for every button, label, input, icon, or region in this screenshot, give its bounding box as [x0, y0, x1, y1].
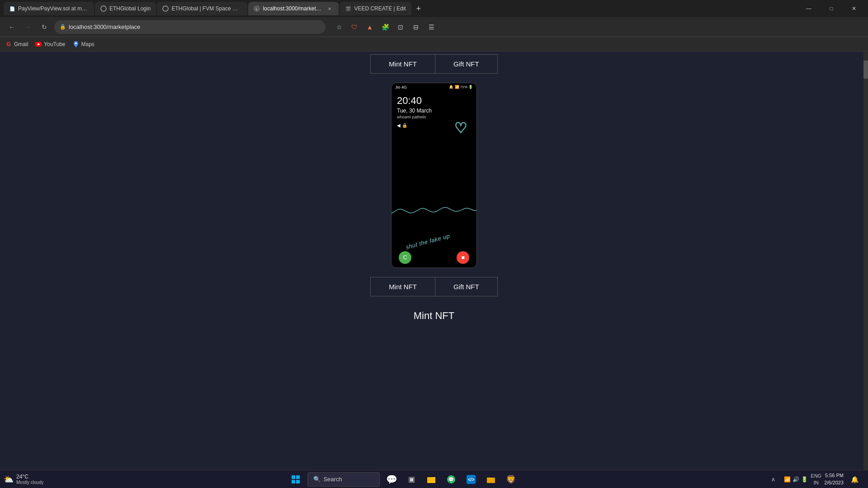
- tab-2[interactable]: ETHGlobal Login: [95, 2, 156, 15]
- top-mint-nft-button[interactable]: Mint NFT: [371, 55, 435, 73]
- brave-taskbar-icon[interactable]: 🦁: [503, 471, 519, 488]
- user-profile-icon[interactable]: ⊡: [394, 21, 407, 33]
- svg-text:L: L: [256, 7, 258, 10]
- tab-5[interactable]: 🎬 VEED CREATE | Edit: [340, 2, 411, 15]
- close-button[interactable]: ✕: [844, 0, 864, 17]
- svg-text:</>: </>: [468, 477, 475, 482]
- brave-rewards-icon[interactable]: ▲: [363, 21, 376, 33]
- bookmark-youtube-label: YouTube: [44, 41, 65, 47]
- phone-message-text: shut the fake up: [405, 232, 451, 251]
- phone-carrier: Jio 4G: [395, 85, 407, 89]
- minimize-button[interactable]: —: [798, 0, 819, 17]
- phone-wave: [392, 195, 476, 222]
- vscode-icon[interactable]: </>: [463, 471, 479, 488]
- bookmarks-bar: G Gmail YouTube Maps: [0, 37, 868, 52]
- battery-icon[interactable]: 🔋: [801, 476, 808, 483]
- back-button[interactable]: ←: [5, 21, 18, 33]
- address-input[interactable]: 🔒 localhost:3000/marketplace: [54, 20, 326, 34]
- weather-info: 24°C Mostly cloudy: [16, 474, 44, 485]
- phone-bottom-icons: C ■: [392, 251, 476, 264]
- tab-4-active[interactable]: L localhost:3000/marketplace ✕: [248, 2, 339, 15]
- bottom-mint-nft-button[interactable]: Mint NFT: [371, 277, 435, 296]
- svg-rect-7: [292, 475, 295, 479]
- svg-text:💬: 💬: [448, 476, 454, 483]
- phone-mockup: Jio 4G 🔔 📶 71% 🔋 20:40 Tue, 30 March who…: [391, 83, 477, 268]
- bookmark-star-icon[interactable]: ☆: [333, 21, 345, 33]
- bottom-section: Mint NFT: [414, 296, 454, 331]
- volume-icon[interactable]: 🔊: [793, 476, 799, 483]
- sidebar-toggle-icon[interactable]: ⊟: [410, 21, 422, 33]
- show-hidden-icons-button[interactable]: ∧: [765, 471, 781, 488]
- toolbar-right: ☆ 🛡 ▲ 🧩 ⊡ ⊟ ☰: [333, 21, 438, 33]
- bookmark-gmail[interactable]: G Gmail: [5, 41, 28, 47]
- taskbar-search-bar[interactable]: 🔍 Search: [307, 472, 380, 487]
- network-icon[interactable]: 📶: [784, 476, 791, 483]
- weather-condition: Mostly cloudy: [16, 480, 44, 485]
- svg-point-1: [163, 6, 168, 11]
- top-gift-nft-button[interactable]: Gift NFT: [435, 55, 497, 73]
- tab-1-title: PayView/PayView.sol at main · aarav1…: [18, 5, 89, 12]
- maximize-button[interactable]: □: [821, 0, 842, 17]
- tab-1-favicon: 📄: [9, 5, 15, 12]
- svg-rect-8: [296, 475, 300, 479]
- window-controls: — □ ✕: [798, 0, 864, 17]
- svg-rect-10: [296, 480, 300, 483]
- tab-1[interactable]: 📄 PayView/PayView.sol at main · aarav1…: [4, 2, 94, 15]
- browser-window: 📄 PayView/PayView.sol at main · aarav1… …: [0, 0, 868, 470]
- tab-3-favicon: [162, 5, 169, 12]
- phone-heart-icon: ♡: [454, 119, 467, 136]
- weather-widget[interactable]: ⛅ 24°C Mostly cloudy: [0, 474, 47, 485]
- address-text: localhost:3000/marketplace: [69, 23, 140, 30]
- forward-button[interactable]: →: [22, 21, 34, 33]
- teams-icon[interactable]: 💬: [383, 471, 400, 488]
- top-button-row: Mint NFT Gift NFT: [370, 54, 497, 74]
- lock-icon: 🔒: [60, 24, 66, 30]
- bookmark-maps[interactable]: Maps: [73, 41, 94, 47]
- tab-4-favicon: L: [254, 5, 260, 12]
- new-tab-button[interactable]: +: [412, 2, 425, 15]
- weather-temp: 24°C: [16, 474, 44, 480]
- tab-bar: 📄 PayView/PayView.sol at main · aarav1… …: [0, 0, 868, 17]
- file-explorer-icon[interactable]: [423, 471, 439, 488]
- menu-icon[interactable]: ☰: [425, 21, 438, 33]
- whatsapp-icon[interactable]: 💬: [443, 471, 459, 488]
- taskbar-time-date[interactable]: 5:56 PM 2/6/2023: [824, 472, 844, 486]
- svg-point-6: [75, 42, 77, 44]
- scroll-thumb[interactable]: [863, 61, 868, 79]
- phone-status-right: 🔔 📶 71% 🔋: [449, 85, 473, 89]
- tab-5-title: VEED CREATE | Edit: [354, 5, 406, 12]
- page-content: Mint NFT Gift NFT Jio 4G 🔔 📶 71% 🔋 20:40…: [0, 52, 868, 470]
- tab-4-close[interactable]: ✕: [326, 5, 333, 12]
- brave-icon[interactable]: 🛡: [348, 21, 361, 33]
- tab-2-title: ETHGlobal Login: [109, 5, 151, 12]
- taskbar-search-icon: 🔍: [313, 476, 321, 483]
- windows-start-button[interactable]: [288, 471, 304, 488]
- refresh-button[interactable]: ↻: [38, 21, 51, 33]
- lang-region: IN: [811, 479, 821, 486]
- top-button-section: Mint NFT Gift NFT: [370, 52, 497, 74]
- phone-time: 20:40: [392, 91, 476, 108]
- tab-2-favicon: [100, 5, 107, 12]
- svg-rect-9: [292, 480, 295, 483]
- weather-icon: ⛅: [4, 474, 14, 484]
- maps-favicon: [73, 41, 79, 47]
- bottom-gift-nft-button[interactable]: Gift NFT: [435, 277, 497, 296]
- extensions-icon[interactable]: 🧩: [379, 21, 392, 33]
- bottom-button-section: Mint NFT Gift NFT: [370, 277, 497, 296]
- taskbar-center: 🔍 Search 💬 ▣ 💬 </> 🦁: [47, 471, 760, 488]
- notifications-button[interactable]: 🔔: [846, 471, 863, 488]
- bottom-button-row: Mint NFT Gift NFT: [370, 277, 497, 296]
- language-indicator[interactable]: ENG IN: [811, 473, 821, 486]
- folder-icon[interactable]: [483, 471, 499, 488]
- youtube-favicon: [35, 41, 42, 47]
- bookmark-youtube[interactable]: YouTube: [35, 41, 65, 47]
- taskbar: ⛅ 24°C Mostly cloudy 🔍 Search 💬 ▣: [0, 470, 868, 488]
- phone-date: Tue, 30 March: [392, 108, 476, 114]
- lang-code: ENG: [811, 473, 821, 479]
- tab-3[interactable]: ETHGlobal | FVM Space Warp: [157, 2, 247, 15]
- task-view-icon[interactable]: ▣: [403, 471, 420, 488]
- taskbar-right: ∧ 📶 🔊 🔋 ENG IN 5:56 PM 2/6/2023 🔔: [760, 471, 868, 488]
- scrollbar[interactable]: [863, 52, 868, 470]
- bookmark-maps-label: Maps: [81, 41, 94, 47]
- gmail-favicon: G: [5, 41, 12, 47]
